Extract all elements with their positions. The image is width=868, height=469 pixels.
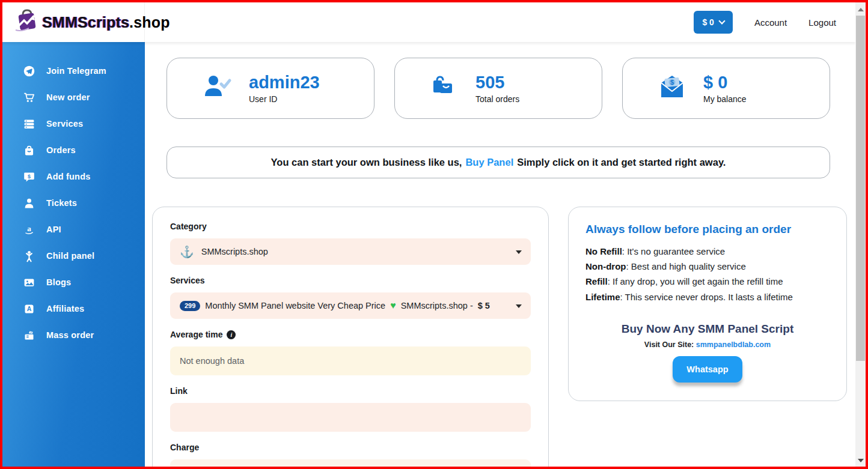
service-name: Monthly SMM Panel website Very Cheap Pri… <box>205 301 385 310</box>
info-line-lifetime: Lifetime: This service never drops. It l… <box>585 289 830 304</box>
buy-panel-banner: You can start your own business like us,… <box>167 147 830 178</box>
sidebar-item-label: New order <box>46 92 90 102</box>
scrollbar-thumb[interactable] <box>856 16 865 361</box>
affiliates-icon: A <box>22 302 35 315</box>
child-panel-icon <box>22 249 35 262</box>
link-group: Link <box>170 386 531 432</box>
total-orders-value: 505 <box>475 73 519 92</box>
svg-text:$: $ <box>28 173 31 179</box>
balance-value: $ 0 <box>703 73 747 92</box>
info-line-non-drop: Non-drop: Best and high quality service <box>585 259 830 274</box>
sidebar-item-affiliates[interactable]: A Affiliates <box>2 295 145 322</box>
charge-label: Charge <box>170 443 531 452</box>
link-label: Link <box>170 386 531 396</box>
sidebar-item-add-funds[interactable]: $ Add funds <box>2 163 145 190</box>
info-line-refill: Refill: If any drop, you will get again … <box>585 274 830 289</box>
green-heart-icon: ♥ <box>390 300 396 311</box>
sidebar-item-label: Add funds <box>46 172 90 181</box>
visit-our-site: Visit Our Site: smmpanelbdlab.com <box>585 340 830 349</box>
sidebar-item-label: Mass order <box>46 330 94 340</box>
sidebar-item-label: Tickets <box>46 198 77 208</box>
order-info-panel: Always follow before placing an order No… <box>568 207 847 401</box>
category-select[interactable]: ⚓ SMMscripts.shop <box>170 238 531 265</box>
sidebar-item-child-panel[interactable]: Child panel <box>2 243 145 269</box>
main-content: admin23 User ID 505 Total orders $ $ 0 <box>145 42 855 467</box>
promo-block: Buy Now Any SMM Panel Script Visit Our S… <box>585 322 830 383</box>
scroll-down-arrow-icon[interactable] <box>855 456 866 465</box>
new-order-form: Category ⚓ SMMscripts.shop Services 299 … <box>152 207 549 467</box>
api-icon: a <box>22 223 35 236</box>
content-row: Category ⚓ SMMscripts.shop Services 299 … <box>152 207 847 467</box>
sidebar-item-label: Services <box>46 119 83 129</box>
services-icon <box>22 117 35 130</box>
category-group: Category ⚓ SMMscripts.shop <box>170 222 531 265</box>
charge-group: Charge <box>170 443 531 467</box>
total-orders-label: Total orders <box>475 94 519 104</box>
orders-bag-icon <box>22 144 35 157</box>
user-id-card: admin23 User ID <box>167 58 374 119</box>
user-id-label: User ID <box>249 94 320 104</box>
svg-text:$: $ <box>670 79 674 86</box>
add-funds-icon: $ <box>22 170 35 183</box>
buy-panel-link[interactable]: Buy Panel <box>465 157 513 168</box>
vertical-scrollbar[interactable] <box>855 2 866 467</box>
user-check-icon <box>202 73 232 103</box>
services-group: Services 299 Monthly SMM Panel website V… <box>170 276 531 319</box>
sidebar-item-api[interactable]: a API <box>2 216 145 243</box>
sidebar-item-label: Join Telegram <box>46 66 106 76</box>
blogs-icon <box>22 276 35 289</box>
link-field <box>170 403 531 432</box>
site-link[interactable]: smmpanelbdlab.com <box>696 340 771 349</box>
svg-text:a: a <box>27 224 31 233</box>
promo-title: Buy Now Any SMM Panel Script <box>585 322 830 336</box>
chevron-down-icon <box>718 17 725 24</box>
brand-logo[interactable]: SMMScripts.shop <box>2 2 145 42</box>
banner-text-after: Simply click on it and get started right… <box>517 157 726 168</box>
info-line-no-refill: No Refill: It's no guarantee service <box>585 244 830 259</box>
balance-dropdown-button[interactable]: $ 0 <box>694 11 732 34</box>
average-time-field: Not enough data <box>170 346 531 375</box>
average-time-group: Average time i Not enough data <box>170 330 531 375</box>
anchor-icon: ⚓ <box>180 245 194 259</box>
link-input[interactable] <box>180 413 521 422</box>
sidebar-item-new-order[interactable]: New order <box>2 84 145 110</box>
service-price: $ 5 <box>478 301 490 310</box>
caret-down-icon <box>516 304 522 308</box>
stats-row: admin23 User ID 505 Total orders $ $ 0 <box>167 58 830 119</box>
shopping-bags-icon <box>430 73 459 103</box>
ticket-user-icon <box>22 196 35 210</box>
sidebar-item-mass-order[interactable]: Mass order <box>2 322 145 348</box>
balance-label: My balance <box>703 94 747 104</box>
average-time-label: Average time i <box>170 330 531 339</box>
svg-text:A: A <box>26 305 31 312</box>
sidebar-item-join-telegram[interactable]: Join Telegram <box>2 58 145 84</box>
info-panel-title: Always follow before placing an order <box>585 223 830 236</box>
sidebar: Join Telegram New order Services Orders … <box>2 42 145 467</box>
service-site: SMMscripts.shop - <box>401 301 473 310</box>
category-label: Category <box>170 222 531 231</box>
caret-down-icon <box>516 250 522 254</box>
envelope-money-icon: $ <box>658 73 686 103</box>
sidebar-item-blogs[interactable]: Blogs <box>2 269 145 295</box>
logout-link[interactable]: Logout <box>808 17 836 28</box>
charge-field <box>170 459 531 467</box>
services-select[interactable]: 299 Monthly SMM Panel website Very Cheap… <box>170 292 531 319</box>
sidebar-item-label: Blogs <box>46 277 71 287</box>
info-icon: i <box>227 330 236 339</box>
service-id-badge: 299 <box>180 301 200 311</box>
sidebar-item-tickets[interactable]: Tickets <box>2 190 145 216</box>
shopping-bag-logo-icon <box>14 8 38 36</box>
scroll-up-arrow-icon[interactable] <box>855 5 866 14</box>
sidebar-item-orders[interactable]: Orders <box>2 137 145 163</box>
sidebar-item-label: Child panel <box>46 251 94 261</box>
banner-text-before: You can start your own business like us, <box>271 157 462 168</box>
sidebar-item-services[interactable]: Services <box>2 110 145 137</box>
telegram-icon <box>22 64 35 77</box>
header-controls: $ 0 Account Logout <box>694 11 855 34</box>
brand-name: SMMScripts.shop <box>42 14 170 31</box>
account-link[interactable]: Account <box>754 17 787 28</box>
header: SMMScripts.shop $ 0 Account Logout <box>2 2 855 42</box>
mass-order-icon <box>22 328 35 342</box>
total-orders-card: 505 Total orders <box>394 58 602 119</box>
whatsapp-button[interactable]: Whatsapp <box>673 356 742 383</box>
